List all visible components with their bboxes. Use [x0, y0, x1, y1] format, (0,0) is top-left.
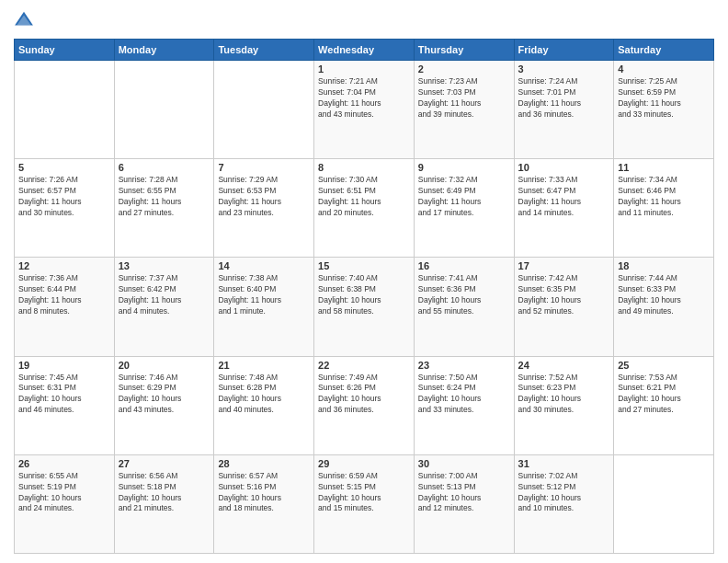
day-number: 11 [618, 162, 710, 173]
day-header-wednesday: Wednesday [314, 40, 415, 61]
day-info: Sunrise: 7:21 AM Sunset: 7:04 PM Dayligh… [318, 76, 410, 121]
day-header-friday: Friday [514, 40, 614, 61]
day-info: Sunrise: 7:00 AM Sunset: 5:13 PM Dayligh… [418, 471, 510, 515]
calendar-cell: 9Sunrise: 7:32 AM Sunset: 6:49 PM Daylig… [414, 159, 514, 258]
day-info: Sunrise: 7:53 AM Sunset: 6:21 PM Dayligh… [618, 373, 710, 417]
calendar-cell: 10Sunrise: 7:33 AM Sunset: 6:47 PM Dayli… [514, 159, 614, 258]
calendar-cell: 13Sunrise: 7:37 AM Sunset: 6:42 PM Dayli… [114, 258, 214, 356]
day-info: Sunrise: 7:48 AM Sunset: 6:28 PM Dayligh… [218, 373, 310, 417]
day-number: 19 [18, 360, 110, 371]
day-number: 16 [418, 260, 510, 271]
day-number: 29 [318, 458, 410, 469]
day-number: 9 [418, 162, 510, 173]
day-number: 17 [518, 260, 610, 271]
day-number: 12 [18, 260, 110, 271]
day-info: Sunrise: 7:52 AM Sunset: 6:23 PM Dayligh… [518, 373, 610, 417]
calendar-week-3: 19Sunrise: 7:45 AM Sunset: 6:31 PM Dayli… [15, 356, 714, 454]
day-number: 1 [318, 63, 410, 75]
day-info: Sunrise: 7:23 AM Sunset: 7:03 PM Dayligh… [418, 76, 510, 121]
calendar-cell: 30Sunrise: 7:00 AM Sunset: 5:13 PM Dayli… [414, 454, 514, 553]
day-number: 13 [119, 260, 210, 271]
calendar-cell: 15Sunrise: 7:40 AM Sunset: 6:38 PM Dayli… [314, 258, 415, 356]
day-info: Sunrise: 7:24 AM Sunset: 7:01 PM Dayligh… [518, 76, 610, 121]
calendar-cell [114, 61, 214, 159]
day-header-sunday: Sunday [15, 40, 115, 61]
day-info: Sunrise: 7:42 AM Sunset: 6:35 PM Dayligh… [518, 273, 610, 317]
calendar-table: SundayMondayTuesdayWednesdayThursdayFrid… [14, 39, 714, 554]
calendar-cell [614, 454, 714, 553]
calendar-week-2: 12Sunrise: 7:36 AM Sunset: 6:44 PM Dayli… [15, 258, 714, 356]
day-info: Sunrise: 7:02 AM Sunset: 5:12 PM Dayligh… [518, 471, 610, 515]
day-number: 3 [518, 63, 610, 75]
calendar-cell: 5Sunrise: 7:26 AM Sunset: 6:57 PM Daylig… [15, 159, 115, 258]
day-info: Sunrise: 7:44 AM Sunset: 6:33 PM Dayligh… [618, 273, 710, 317]
day-info: Sunrise: 6:55 AM Sunset: 5:19 PM Dayligh… [18, 471, 110, 515]
day-number: 31 [518, 458, 610, 469]
calendar-cell: 16Sunrise: 7:41 AM Sunset: 6:36 PM Dayli… [414, 258, 514, 356]
calendar-cell: 31Sunrise: 7:02 AM Sunset: 5:12 PM Dayli… [514, 454, 614, 553]
day-info: Sunrise: 6:56 AM Sunset: 5:18 PM Dayligh… [119, 471, 210, 515]
logo-icon [14, 9, 34, 29]
day-info: Sunrise: 7:34 AM Sunset: 6:46 PM Dayligh… [618, 175, 710, 219]
calendar-cell: 11Sunrise: 7:34 AM Sunset: 6:46 PM Dayli… [614, 159, 714, 258]
day-info: Sunrise: 7:29 AM Sunset: 6:53 PM Dayligh… [218, 175, 310, 219]
day-number: 14 [218, 260, 310, 271]
day-info: Sunrise: 7:30 AM Sunset: 6:51 PM Dayligh… [318, 175, 410, 219]
day-info: Sunrise: 6:59 AM Sunset: 5:15 PM Dayligh… [318, 471, 410, 515]
calendar-cell: 17Sunrise: 7:42 AM Sunset: 6:35 PM Dayli… [514, 258, 614, 356]
calendar-cell: 25Sunrise: 7:53 AM Sunset: 6:21 PM Dayli… [614, 356, 714, 454]
day-number: 15 [318, 260, 410, 271]
calendar-cell: 27Sunrise: 6:56 AM Sunset: 5:18 PM Dayli… [114, 454, 214, 553]
day-number: 28 [218, 458, 310, 469]
calendar-cell: 18Sunrise: 7:44 AM Sunset: 6:33 PM Dayli… [614, 258, 714, 356]
day-number: 2 [418, 63, 510, 75]
day-info: Sunrise: 7:26 AM Sunset: 6:57 PM Dayligh… [18, 175, 110, 219]
day-header-monday: Monday [114, 40, 214, 61]
calendar-week-0: 1Sunrise: 7:21 AM Sunset: 7:04 PM Daylig… [15, 61, 714, 159]
day-number: 10 [518, 162, 610, 173]
day-info: Sunrise: 7:50 AM Sunset: 6:24 PM Dayligh… [418, 373, 510, 417]
calendar-cell [214, 61, 314, 159]
day-info: Sunrise: 7:40 AM Sunset: 6:38 PM Dayligh… [318, 273, 410, 317]
calendar-cell: 8Sunrise: 7:30 AM Sunset: 6:51 PM Daylig… [314, 159, 415, 258]
calendar-cell: 7Sunrise: 7:29 AM Sunset: 6:53 PM Daylig… [214, 159, 314, 258]
calendar-header-row: SundayMondayTuesdayWednesdayThursdayFrid… [15, 40, 714, 61]
day-info: Sunrise: 7:46 AM Sunset: 6:29 PM Dayligh… [119, 373, 210, 417]
logo [14, 9, 36, 31]
calendar-cell [15, 61, 115, 159]
day-header-thursday: Thursday [414, 40, 514, 61]
day-number: 5 [18, 162, 110, 173]
calendar-week-1: 5Sunrise: 7:26 AM Sunset: 6:57 PM Daylig… [15, 159, 714, 258]
day-info: Sunrise: 7:32 AM Sunset: 6:49 PM Dayligh… [418, 175, 510, 219]
calendar-cell: 28Sunrise: 6:57 AM Sunset: 5:16 PM Dayli… [214, 454, 314, 553]
calendar-cell: 14Sunrise: 7:38 AM Sunset: 6:40 PM Dayli… [214, 258, 314, 356]
page: SundayMondayTuesdayWednesdayThursdayFrid… [0, 0, 728, 563]
day-info: Sunrise: 7:37 AM Sunset: 6:42 PM Dayligh… [119, 273, 210, 317]
calendar-cell: 23Sunrise: 7:50 AM Sunset: 6:24 PM Dayli… [414, 356, 514, 454]
day-number: 20 [119, 360, 210, 371]
day-info: Sunrise: 7:41 AM Sunset: 6:36 PM Dayligh… [418, 273, 510, 317]
day-info: Sunrise: 6:57 AM Sunset: 5:16 PM Dayligh… [218, 471, 310, 515]
calendar-cell: 4Sunrise: 7:25 AM Sunset: 6:59 PM Daylig… [614, 61, 714, 159]
calendar-cell: 29Sunrise: 6:59 AM Sunset: 5:15 PM Dayli… [314, 454, 415, 553]
day-info: Sunrise: 7:45 AM Sunset: 6:31 PM Dayligh… [18, 373, 110, 417]
day-number: 27 [119, 458, 210, 469]
calendar-cell: 3Sunrise: 7:24 AM Sunset: 7:01 PM Daylig… [514, 61, 614, 159]
day-number: 8 [318, 162, 410, 173]
calendar-cell: 12Sunrise: 7:36 AM Sunset: 6:44 PM Dayli… [15, 258, 115, 356]
calendar-cell: 21Sunrise: 7:48 AM Sunset: 6:28 PM Dayli… [214, 356, 314, 454]
day-number: 30 [418, 458, 510, 469]
day-number: 21 [218, 360, 310, 371]
day-info: Sunrise: 7:28 AM Sunset: 6:55 PM Dayligh… [119, 175, 210, 219]
day-number: 4 [618, 63, 710, 75]
day-info: Sunrise: 7:38 AM Sunset: 6:40 PM Dayligh… [218, 273, 310, 317]
day-number: 25 [618, 360, 710, 371]
day-info: Sunrise: 7:36 AM Sunset: 6:44 PM Dayligh… [18, 273, 110, 317]
calendar-cell: 2Sunrise: 7:23 AM Sunset: 7:03 PM Daylig… [414, 61, 514, 159]
day-number: 22 [318, 360, 410, 371]
calendar-week-4: 26Sunrise: 6:55 AM Sunset: 5:19 PM Dayli… [15, 454, 714, 553]
calendar-cell: 6Sunrise: 7:28 AM Sunset: 6:55 PM Daylig… [114, 159, 214, 258]
day-number: 18 [618, 260, 710, 271]
calendar-cell: 20Sunrise: 7:46 AM Sunset: 6:29 PM Dayli… [114, 356, 214, 454]
calendar-cell: 19Sunrise: 7:45 AM Sunset: 6:31 PM Dayli… [15, 356, 115, 454]
